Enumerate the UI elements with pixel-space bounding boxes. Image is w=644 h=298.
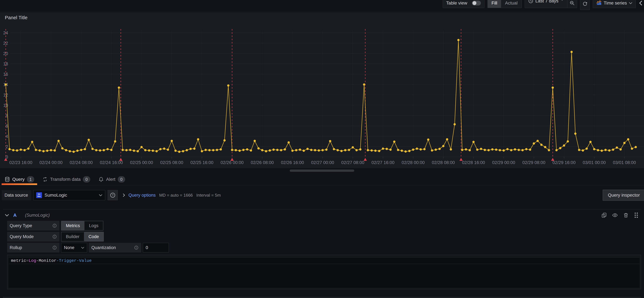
code-token: metric [11,258,26,263]
code-token: Log [28,258,36,263]
duplicate-query-icon[interactable] [601,212,607,218]
fill-actual-group: Fill Actual [487,0,522,8]
svg-text:02/27 08:00: 02/27 08:00 [341,160,364,165]
datasource-help-button[interactable]: ? [108,190,118,200]
query-mode-label-block: Query Mode [7,232,60,242]
datasource-row: Data source sumo SumoLogic ? Query optio… [2,188,644,202]
hide-query-eye-icon[interactable] [612,212,618,218]
chevron-left-icon [639,0,643,6]
svg-text:02/27 16:00: 02/27 16:00 [372,160,394,165]
fill-button[interactable]: Fill [488,0,501,8]
svg-text:02/29 16:00: 02/29 16:00 [552,160,576,165]
tab-query[interactable]: Query 1 [1,174,38,185]
query-row-card: A (SumoLogic) Query Type Metrics Logs [3,209,641,289]
query-row-header[interactable]: A (SumoLogic) [3,210,641,221]
max-data-points-text: MD = auto = 1666 [159,193,193,198]
info-icon [134,245,138,250]
visualization-picker[interactable]: Time series [593,0,636,8]
interval-text: Interval = 5m [196,193,221,198]
timeseries-viz-icon [596,0,602,6]
delete-query-trash-icon[interactable] [623,212,629,218]
chevron-down-icon [81,247,84,249]
query-mode-code[interactable]: Code [84,232,104,241]
tab-alert-count: 0 [118,176,125,182]
svg-text:02/25 00:00: 02/25 00:00 [130,160,153,165]
svg-text:02/29 08:00: 02/29 08:00 [522,160,546,165]
help-icon: ? [110,192,116,198]
svg-text:02/27 00:00: 02/27 00:00 [311,160,334,165]
svg-text:03/01 00:00: 03/01 00:00 [583,160,606,165]
time-range-button[interactable]: Last 7 days [525,0,567,8]
svg-text:02/26 16:00: 02/26 16:00 [281,160,304,165]
time-range-label: Last 7 days [535,0,558,8]
query-inspector-button[interactable]: Query inspector [603,190,644,201]
quantization-input[interactable] [143,243,169,252]
editor-tabs: Query 1 Transform data 0 Alert 0 [0,174,644,185]
svg-text:02/29 00:00: 02/29 00:00 [492,160,515,165]
chevron-down-icon [560,0,564,1]
toggle-knob [472,1,476,5]
code-token: -Monitor [36,258,56,263]
panel-title[interactable]: Panel Title [5,15,28,20]
svg-text:02/24 08:00: 02/24 08:00 [70,160,93,165]
table-view-switch[interactable] [472,1,481,6]
svg-text:02/28 16:00: 02/28 16:00 [462,160,485,165]
drag-grip-icon[interactable] [634,212,638,218]
refresh-icon [582,2,588,6]
quantization-label: Quantization [92,245,116,250]
quantization-label-block: Quantization [89,243,141,252]
code-editor[interactable]: metric=Log-Monitor-Trigger-Value [7,255,641,289]
svg-text:02/26 08:00: 02/26 08:00 [251,160,274,165]
query-type-label-block: Query Type [7,221,60,230]
grafana-panel-editor: Table view Fill Actual Last 7 days [0,0,644,298]
actual-button[interactable]: Actual [501,0,522,8]
svg-text:02/28 08:00: 02/28 08:00 [432,160,455,165]
rollup-row: Rollup None Quantization [7,243,641,252]
tab-alert[interactable]: Alert 0 [95,174,128,185]
svg-text:02/28 00:00: 02/28 00:00 [402,160,425,165]
tab-transform-count: 0 [83,176,90,182]
query-mode-label: Query Mode [10,234,34,239]
collapse-options-button[interactable] [639,0,643,8]
rollup-select[interactable]: None [61,243,87,252]
rollup-label: Rollup [10,245,22,250]
svg-text:4: 4 [6,134,8,139]
zoom-out-button[interactable] [568,0,577,8]
pane-resize-handle[interactable] [290,170,354,172]
info-icon [52,224,57,228]
tab-query-count: 1 [27,176,34,182]
svg-text:02/25 16:00: 02/25 16:00 [190,160,214,165]
code-editor-surface[interactable]: metric=Log-Monitor-Trigger-Value [9,257,640,288]
tab-transform-data[interactable]: Transform data 0 [39,174,94,185]
top-toolbar: Table view Fill Actual Last 7 days [0,0,644,12]
query-type-metrics[interactable]: Metrics [61,221,84,230]
transform-icon [42,176,48,182]
timeseries-chart[interactable]: 02468101214161820222402/23 16:0002/24 00… [0,26,644,168]
code-query-line[interactable]: metric=Log-Monitor-Trigger-Value [9,257,640,264]
query-options-group[interactable]: Query options MD = auto = 1666 Interval … [123,193,221,198]
query-options-link[interactable]: Query options [128,193,156,198]
svg-text:02/23 16:00: 02/23 16:00 [9,160,32,165]
table-view-label: Table view [446,0,467,6]
svg-text:02/25 08:00: 02/25 08:00 [160,160,183,165]
datasource-label: Data source [2,190,31,200]
datasource-name: SumoLogic [44,192,96,198]
chevron-right-icon [123,194,125,197]
query-type-switch: Metrics Logs [61,221,103,230]
query-mode-builder[interactable]: Builder [61,232,84,241]
query-type-logs[interactable]: Logs [84,221,103,230]
info-icon [52,245,57,250]
svg-text:2: 2 [6,144,8,149]
datasource-picker[interactable]: sumo SumoLogic [33,190,105,200]
query-mode-row: Query Mode Builder Code [7,232,641,242]
svg-text:?: ? [112,194,113,196]
table-view-toggle-group[interactable]: Table view [443,0,484,8]
svg-text:03/01 08:00: 03/01 08:00 [613,160,636,165]
sumologic-icon: sumo [36,192,42,198]
query-ref-id: A [13,212,17,218]
tab-alert-label: Alert [106,177,116,182]
refresh-button[interactable] [580,0,590,10]
svg-text:02/26 00:00: 02/26 00:00 [220,160,244,165]
svg-text:6: 6 [6,124,8,128]
rollup-label-block: Rollup [7,243,60,252]
